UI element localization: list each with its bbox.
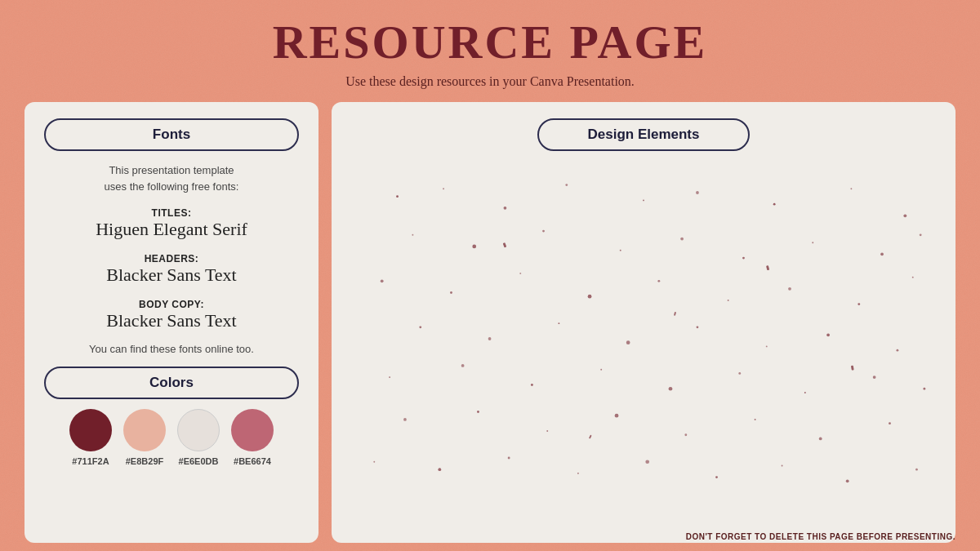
- font-entry-name-headers: Blacker Sans Text: [44, 264, 299, 286]
- color-swatch-4: #BE6674: [231, 409, 274, 466]
- svg-rect-61: [503, 242, 507, 247]
- svg-point-40: [738, 372, 741, 375]
- right-panel: Design Elements: [332, 102, 956, 543]
- svg-point-22: [657, 280, 660, 282]
- color-hex-1: #711F2A: [72, 456, 109, 466]
- svg-point-3: [565, 184, 568, 186]
- svg-point-44: [403, 418, 407, 421]
- svg-point-19: [450, 291, 452, 294]
- fonts-label: Fonts: [44, 118, 299, 151]
- svg-point-26: [912, 277, 914, 278]
- svg-point-12: [620, 250, 621, 251]
- svg-point-5: [696, 191, 699, 194]
- svg-point-55: [577, 473, 579, 474]
- svg-point-35: [389, 376, 390, 378]
- design-elements-svg: [351, 151, 936, 527]
- color-swatches: #711F2A #E8B29F #E6E0DB #BE6674: [44, 409, 299, 466]
- colors-label: Colors: [44, 367, 299, 399]
- svg-point-29: [558, 322, 559, 324]
- svg-point-36: [461, 364, 465, 367]
- left-panel: Fonts This presentation templateuses the…: [24, 102, 318, 543]
- svg-point-21: [588, 295, 592, 299]
- page-subtitle: Use these design resources in your Canva…: [345, 74, 635, 89]
- svg-point-1: [443, 188, 444, 189]
- color-swatch-2: #E8B29F: [123, 409, 166, 466]
- color-swatch-1: #711F2A: [69, 409, 112, 466]
- svg-point-41: [804, 392, 806, 393]
- svg-point-9: [412, 234, 413, 236]
- svg-point-17: [920, 233, 922, 236]
- font-entry-body: BODY COPY: Blacker Sans Text: [44, 299, 299, 331]
- svg-point-0: [396, 195, 399, 198]
- font-entry-titles: TITLES: Higuen Elegant Serif: [44, 207, 299, 240]
- main-content: Fonts This presentation templateuses the…: [24, 102, 956, 543]
- color-hex-2: #E8B29F: [126, 456, 163, 466]
- svg-rect-65: [766, 265, 769, 270]
- fonts-description: This presentation templateuses the follo…: [44, 162, 299, 194]
- colors-section: Colors #711F2A #E8B29F #E6E0DB: [44, 367, 299, 466]
- svg-point-2: [504, 207, 507, 210]
- color-circle-1: [69, 409, 112, 451]
- color-circle-4: [231, 409, 274, 451]
- svg-point-28: [488, 337, 492, 340]
- color-swatch-3: #E6E0DB: [177, 409, 220, 466]
- page-wrapper: RESOURCE PAGE Use these design resources…: [0, 0, 980, 551]
- font-entry-label-titles: TITLES:: [44, 207, 299, 219]
- svg-point-57: [715, 476, 718, 478]
- svg-point-27: [419, 326, 421, 328]
- svg-point-16: [880, 252, 884, 256]
- svg-point-23: [728, 300, 729, 301]
- svg-point-58: [782, 465, 783, 467]
- color-hex-3: #E6E0DB: [179, 456, 219, 466]
- svg-point-39: [669, 387, 673, 391]
- svg-point-52: [373, 461, 375, 463]
- svg-point-30: [626, 340, 630, 344]
- svg-point-10: [472, 245, 476, 249]
- svg-point-53: [438, 468, 441, 471]
- color-circle-3: [177, 409, 220, 451]
- svg-point-8: [903, 214, 906, 217]
- svg-point-33: [826, 333, 830, 336]
- svg-point-14: [742, 257, 745, 260]
- svg-point-11: [542, 230, 545, 233]
- svg-point-45: [477, 411, 479, 413]
- svg-point-49: [755, 419, 756, 420]
- svg-point-4: [643, 199, 644, 201]
- font-entry-label-headers: HEADERS:: [44, 253, 299, 264]
- svg-point-42: [873, 375, 876, 379]
- svg-point-34: [896, 349, 898, 352]
- design-elements-label: Design Elements: [537, 118, 750, 151]
- svg-point-56: [645, 460, 649, 464]
- svg-point-50: [819, 438, 822, 441]
- svg-point-15: [812, 242, 813, 243]
- font-entry-headers: HEADERS: Blacker Sans Text: [44, 253, 299, 286]
- svg-point-59: [846, 479, 849, 482]
- svg-rect-62: [674, 312, 676, 316]
- color-hex-4: #BE6674: [234, 456, 271, 466]
- svg-point-48: [684, 433, 687, 436]
- svg-point-32: [766, 345, 768, 347]
- svg-rect-63: [851, 366, 854, 371]
- color-circle-2: [123, 409, 166, 451]
- svg-rect-64: [589, 435, 592, 439]
- footer-note: DON'T FORGET TO DELETE THIS PAGE BEFORE …: [686, 532, 956, 541]
- svg-point-43: [923, 388, 925, 390]
- svg-point-20: [519, 273, 521, 274]
- svg-point-46: [546, 430, 548, 432]
- svg-point-54: [508, 457, 510, 460]
- svg-point-24: [788, 287, 791, 291]
- font-entry-name-body: Blacker Sans Text: [44, 310, 299, 331]
- svg-point-38: [600, 369, 602, 371]
- svg-point-51: [889, 422, 891, 424]
- font-entry-name-titles: Higuen Elegant Serif: [44, 219, 299, 240]
- svg-point-37: [531, 384, 533, 386]
- svg-point-60: [915, 469, 918, 471]
- fonts-note: You can find these fonts online too.: [44, 343, 299, 355]
- svg-point-47: [615, 414, 619, 418]
- design-elements-area: [351, 151, 936, 527]
- svg-point-31: [697, 326, 699, 328]
- svg-point-7: [850, 188, 852, 189]
- svg-point-18: [381, 279, 384, 282]
- font-entry-label-body: BODY COPY:: [44, 299, 299, 310]
- svg-point-6: [773, 203, 776, 206]
